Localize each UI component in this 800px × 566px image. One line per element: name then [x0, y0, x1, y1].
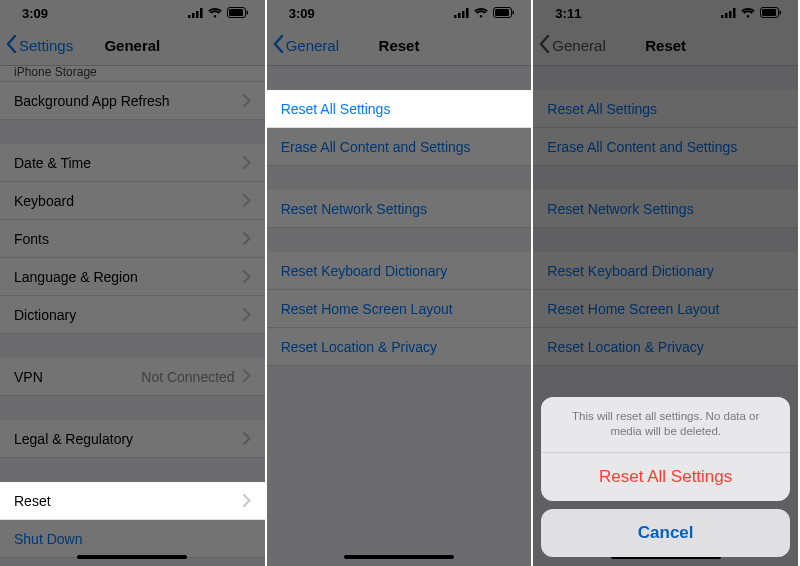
row-reset-location[interactable]: Reset Location & Privacy: [267, 328, 532, 366]
back-label: General: [552, 37, 605, 54]
nav-bar: General Reset: [267, 26, 532, 66]
row-dictionary[interactable]: Dictionary: [0, 296, 265, 334]
row-label: Reset Home Screen Layout: [547, 301, 719, 317]
row-reset-all-settings[interactable]: Reset All Settings: [267, 90, 532, 128]
svg-rect-2: [196, 11, 199, 18]
row-language-region[interactable]: Language & Region: [0, 258, 265, 296]
row-label: Reset Home Screen Layout: [281, 301, 453, 317]
nav-title: Reset: [645, 37, 686, 54]
row-fonts[interactable]: Fonts: [0, 220, 265, 258]
chevron-right-icon: [243, 94, 251, 107]
svg-rect-14: [721, 15, 724, 18]
back-button[interactable]: General: [273, 35, 339, 56]
back-button[interactable]: General: [539, 35, 605, 56]
action-sheet-message: This will reset all settings. No data or…: [541, 397, 790, 453]
row-label: VPN: [14, 369, 43, 385]
svg-rect-8: [458, 13, 461, 18]
row-label: iPhone Storage: [14, 65, 97, 79]
status-icons: [454, 6, 515, 21]
cellular-icon: [721, 6, 736, 21]
row-reset-keyboard[interactable]: Reset Keyboard Dictionary: [267, 252, 532, 290]
cancel-button[interactable]: Cancel: [541, 509, 790, 557]
status-icons: [721, 6, 782, 21]
battery-icon: [760, 6, 782, 21]
row-label: Reset Keyboard Dictionary: [281, 263, 448, 279]
back-button[interactable]: Settings: [6, 35, 73, 56]
svg-rect-17: [733, 8, 736, 18]
status-time: 3:09: [22, 6, 48, 21]
svg-rect-5: [229, 9, 243, 16]
status-bar: 3:11: [533, 0, 798, 26]
row-reset-all-settings[interactable]: Reset All Settings: [533, 90, 798, 128]
reset-all-settings-button[interactable]: Reset All Settings: [541, 453, 790, 501]
row-reset-keyboard[interactable]: Reset Keyboard Dictionary: [533, 252, 798, 290]
back-label: General: [286, 37, 339, 54]
row-label: Legal & Regulatory: [14, 431, 133, 447]
row-reset-home[interactable]: Reset Home Screen Layout: [267, 290, 532, 328]
row-label: Keyboard: [14, 193, 74, 209]
svg-rect-7: [454, 15, 457, 18]
status-bar: 3:09: [267, 0, 532, 26]
row-legal-regulatory[interactable]: Legal & Regulatory: [0, 420, 265, 458]
chevron-right-icon: [243, 369, 251, 385]
row-keyboard[interactable]: Keyboard: [0, 182, 265, 220]
row-background-app-refresh[interactable]: Background App Refresh: [0, 82, 265, 120]
svg-rect-13: [513, 10, 515, 14]
row-reset-location[interactable]: Reset Location & Privacy: [533, 328, 798, 366]
row-reset-network[interactable]: Reset Network Settings: [533, 190, 798, 228]
battery-icon: [493, 6, 515, 21]
row-erase-all[interactable]: Erase All Content and Settings: [533, 128, 798, 166]
battery-icon: [227, 6, 249, 21]
status-icons: [188, 6, 249, 21]
row-label: Date & Time: [14, 155, 91, 171]
row-erase-all[interactable]: Erase All Content and Settings: [267, 128, 532, 166]
row-date-time[interactable]: Date & Time: [0, 144, 265, 182]
cellular-icon: [188, 6, 203, 21]
row-label: Erase All Content and Settings: [547, 139, 737, 155]
row-reset-network[interactable]: Reset Network Settings: [267, 190, 532, 228]
chevron-left-icon: [273, 35, 284, 56]
button-label: Cancel: [638, 523, 694, 543]
chevron-left-icon: [6, 35, 17, 56]
status-time: 3:11: [555, 6, 581, 21]
nav-title: Reset: [379, 37, 420, 54]
row-iphone-storage[interactable]: iPhone Storage: [0, 66, 265, 82]
svg-rect-9: [462, 11, 465, 18]
row-label: Reset All Settings: [281, 101, 391, 117]
row-label: Language & Region: [14, 269, 138, 285]
reset-list: Reset All Settings Erase All Content and…: [533, 66, 798, 366]
nav-bar: General Reset: [533, 26, 798, 66]
back-label: Settings: [19, 37, 73, 54]
home-indicator[interactable]: [344, 555, 454, 559]
row-label: Reset Location & Privacy: [281, 339, 437, 355]
row-label: Reset Network Settings: [281, 201, 427, 217]
chevron-right-icon: [243, 194, 251, 207]
chevron-right-icon: [243, 232, 251, 245]
chevron-right-icon: [243, 156, 251, 169]
row-label: Reset Keyboard Dictionary: [547, 263, 714, 279]
row-shut-down[interactable]: Shut Down: [0, 520, 265, 558]
row-label: Reset All Settings: [547, 101, 657, 117]
reset-list: Reset All Settings Erase All Content and…: [267, 66, 532, 366]
action-sheet-card: This will reset all settings. No data or…: [541, 397, 790, 501]
wifi-icon: [741, 6, 755, 21]
settings-list: iPhone Storage Background App Refresh Da…: [0, 66, 265, 558]
status-time: 3:09: [289, 6, 315, 21]
row-reset-home[interactable]: Reset Home Screen Layout: [533, 290, 798, 328]
svg-rect-10: [466, 8, 469, 18]
chevron-right-icon: [243, 308, 251, 321]
cellular-icon: [454, 6, 469, 21]
row-label: Reset Location & Privacy: [547, 339, 703, 355]
svg-rect-3: [200, 8, 203, 18]
svg-rect-15: [725, 13, 728, 18]
row-label: Reset Network Settings: [547, 201, 693, 217]
row-label: Shut Down: [14, 531, 82, 547]
row-reset[interactable]: Reset: [0, 482, 265, 520]
home-indicator[interactable]: [77, 555, 187, 559]
chevron-right-icon: [243, 432, 251, 445]
button-label: Reset All Settings: [599, 467, 732, 487]
chevron-right-icon: [243, 494, 251, 507]
row-vpn[interactable]: VPN Not Connected: [0, 358, 265, 396]
action-sheet: This will reset all settings. No data or…: [541, 397, 790, 557]
svg-rect-12: [495, 9, 509, 16]
